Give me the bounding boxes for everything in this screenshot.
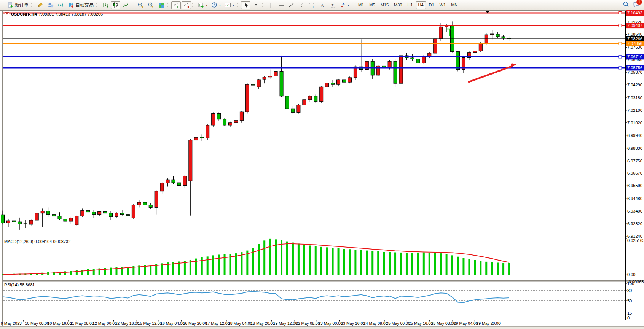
time-label: 12 May 00:00 (92, 321, 117, 326)
text-label-button[interactable]: T (328, 1, 337, 9)
timeframe-m30-label: M30 (393, 2, 403, 8)
main-toolbar: 新订单自动交易▾▾▾EFAT▾M1M5M15M30H1H4D1W1MN1 (0, 0, 644, 10)
time-label: 25 May 00:00 (386, 321, 410, 326)
indicators-dropdown[interactable]: ▾ (223, 1, 236, 9)
auto-scroll-button[interactable] (171, 1, 181, 9)
line-anchor-handle[interactable] (619, 42, 622, 45)
trendline-button[interactable] (287, 1, 296, 9)
autotrading-icon (68, 2, 74, 8)
macd-histogram-bar (292, 243, 294, 275)
cursor-button[interactable] (241, 1, 250, 9)
candlestick-chart-button[interactable] (111, 1, 120, 9)
symbol-dropdown-icon[interactable]: ▼ (5, 12, 9, 16)
candle (291, 109, 295, 112)
time-label: 24 May 08:00 (363, 321, 388, 326)
time-label: 26 May 08:00 (431, 321, 456, 326)
rsi-axis-label: 0 (627, 316, 630, 320)
text-button[interactable]: A (317, 1, 327, 9)
svg-text:A: A (320, 2, 324, 8)
timeframe-h4[interactable]: H4 (416, 1, 426, 9)
time-label: 10 May 00:00 (25, 321, 49, 326)
macd-axis-label: 0.025163 (627, 238, 644, 243)
window-bottom-frame (0, 327, 644, 329)
timeframe-d1-label: D1 (428, 2, 435, 8)
macd-histogram-bar (457, 257, 459, 275)
line-anchor-handle[interactable] (619, 67, 622, 69)
candle (194, 137, 198, 140)
horizontal-line-button[interactable] (276, 1, 286, 9)
line-anchor-handle[interactable] (619, 56, 622, 58)
bar-chart-button[interactable] (100, 1, 110, 9)
time-label: 18 May 20:00 (250, 321, 275, 326)
autotrading-button[interactable]: 自动交易 (66, 1, 95, 9)
macd-histogram-bar (64, 271, 66, 275)
macd-histogram-bar (218, 254, 220, 275)
timeframe-d1[interactable]: D1 (427, 1, 437, 9)
periods-dropdown[interactable]: ▾ (210, 1, 222, 9)
timeframe-m5[interactable]: M5 (367, 1, 377, 9)
chevron-down-icon: ▾ (348, 3, 349, 7)
new-order-icon (7, 2, 14, 8)
macd-histogram-bar (491, 262, 493, 275)
new-order-button[interactable]: 新订单 (6, 1, 30, 9)
candle (149, 205, 152, 207)
macd-histogram-bar (354, 250, 356, 275)
candle (12, 221, 16, 222)
candle (172, 180, 175, 183)
toolbar-right-section: 1 (623, 1, 643, 9)
macd-histogram-bar (360, 250, 362, 275)
candle (98, 211, 101, 214)
signals-button[interactable] (56, 1, 65, 9)
community-button[interactable] (46, 1, 55, 9)
candle (223, 119, 226, 125)
macd-histogram-bar (429, 253, 430, 275)
search-button[interactable] (623, 1, 629, 9)
macd-histogram-bar (462, 258, 464, 275)
chart-shift-button[interactable] (182, 1, 191, 9)
price-tick-label: 6.95590 (627, 183, 642, 188)
time-label: 23 May 16:00 (341, 321, 365, 326)
pencil-icon (37, 2, 43, 8)
candle (155, 191, 158, 208)
arrows-dropdown[interactable]: ▾ (338, 1, 351, 9)
timeframe-m1[interactable]: M1 (356, 1, 366, 9)
timeframe-w1[interactable]: W1 (437, 1, 448, 9)
price-chart[interactable]: 7.097207.086407.075307.064507.053707.042… (0, 10, 644, 329)
equidistant-channel-button[interactable]: E (297, 1, 306, 9)
line-chart-button[interactable] (121, 1, 131, 9)
candle (120, 213, 124, 215)
candle (303, 100, 306, 105)
chat-button[interactable]: 1 (633, 1, 639, 9)
fibonacci-button[interactable]: F (307, 1, 317, 9)
zoom-in-button[interactable] (136, 1, 145, 9)
timeframe-m15[interactable]: M15 (378, 1, 391, 9)
editor-button[interactable] (35, 1, 45, 9)
candle (314, 96, 317, 102)
zoom-out-button[interactable] (146, 1, 156, 9)
fibo-icon: F (309, 2, 315, 8)
candle (490, 34, 494, 35)
candle (439, 27, 443, 39)
new-chart-dropdown[interactable]: ▾ (196, 1, 209, 9)
candle (234, 121, 238, 123)
macd-histogram-bar (212, 255, 214, 275)
time-label: 11 May 08:00 (70, 321, 94, 326)
timeframe-mn[interactable]: MN (449, 1, 460, 9)
time-label: 17 May 12:00 (206, 321, 230, 326)
macd-histogram-bar (207, 256, 209, 275)
macd-histogram-bar (81, 270, 83, 275)
candle (399, 56, 403, 83)
price-level-badge-label: 7.09407 (627, 23, 642, 28)
notification-badge: 1 (636, 0, 642, 5)
timeframe-h1[interactable]: H1 (405, 1, 415, 9)
timeframe-m30[interactable]: M30 (392, 1, 404, 9)
line-anchor-handle[interactable] (619, 12, 622, 14)
time-label: 29 May 20:00 (476, 321, 501, 326)
macd-histogram-bar (411, 253, 413, 275)
line-anchor-handle[interactable] (619, 24, 622, 27)
crosshair-button[interactable] (251, 1, 261, 9)
vertical-line-button[interactable] (266, 1, 276, 9)
candle (69, 218, 73, 221)
macd-indicator-label: MACD(12,26,9) 0.008104 0.008732 (4, 239, 70, 244)
tile-windows-button[interactable] (156, 1, 166, 9)
